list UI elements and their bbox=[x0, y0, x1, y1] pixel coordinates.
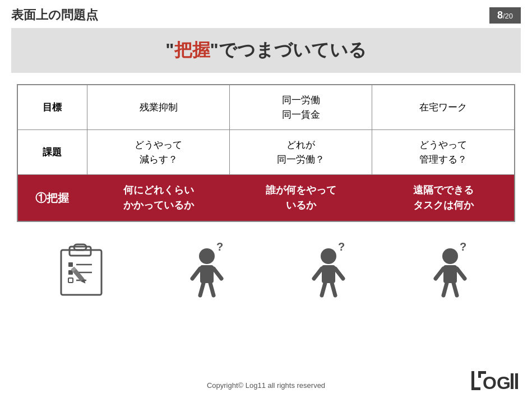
cell-challenge-equal-work: どれが同一労働？ bbox=[230, 130, 372, 175]
svg-point-13 bbox=[199, 248, 215, 264]
svg-line-17 bbox=[200, 283, 203, 295]
svg-text:OG: OG bbox=[483, 373, 511, 392]
page-current: 8 bbox=[497, 10, 503, 21]
cell-challenge-overtime: どうやって減らす？ bbox=[87, 130, 229, 175]
subtitle-banner: "把握"でつまづいている bbox=[11, 28, 521, 73]
subtitle-prefix: " bbox=[165, 40, 174, 60]
cell-target-equal-work: 同一労働同一賃金 bbox=[230, 85, 372, 130]
page-total: /20 bbox=[503, 12, 513, 20]
svg-line-18 bbox=[210, 283, 214, 295]
svg-rect-38 bbox=[511, 373, 514, 389]
svg-line-24 bbox=[322, 283, 325, 295]
svg-line-16 bbox=[214, 269, 221, 279]
clipboard-icon bbox=[50, 236, 117, 303]
table-row-challenge: 課題 どうやって減らす？ どれが同一労働？ どうやって管理する？ bbox=[17, 130, 515, 175]
svg-line-31 bbox=[443, 283, 447, 295]
page-header: 表面上の問題点 8/20 bbox=[0, 0, 532, 28]
main-content: 目標 残業抑制 同一労働同一賃金 在宅ワーク 課題 どうやって減らす？ どれが同… bbox=[0, 73, 532, 228]
subtitle-highlight: 把握 bbox=[174, 40, 210, 60]
svg-text:?: ? bbox=[216, 240, 223, 253]
cell-grasp-who: 誰が何をやっているか bbox=[230, 175, 372, 222]
svg-rect-28 bbox=[443, 265, 457, 283]
svg-line-22 bbox=[314, 269, 322, 279]
svg-point-20 bbox=[321, 248, 336, 264]
logo-area: OG bbox=[470, 369, 521, 392]
person-icon-1: ? bbox=[183, 239, 239, 300]
person-icon-3: ? bbox=[426, 239, 482, 300]
cell-label-grasp: ①把握 bbox=[17, 175, 87, 222]
svg-point-27 bbox=[442, 248, 458, 264]
subtitle-suffix: "でつまづいている bbox=[210, 40, 367, 60]
logo-svg: OG bbox=[470, 369, 521, 392]
svg-line-15 bbox=[192, 269, 200, 279]
cell-grasp-cost: 何にどれくらいかかっているか bbox=[87, 175, 229, 222]
cell-label-challenge: 課題 bbox=[17, 130, 87, 175]
svg-rect-34 bbox=[471, 387, 480, 390]
svg-rect-14 bbox=[200, 265, 214, 283]
svg-rect-21 bbox=[322, 265, 335, 283]
svg-rect-3 bbox=[68, 262, 73, 267]
svg-line-23 bbox=[335, 269, 343, 279]
svg-line-29 bbox=[436, 269, 443, 279]
person-icon-2: ? bbox=[304, 239, 360, 300]
table-row-header: 目標 残業抑制 同一労働同一賃金 在宅ワーク bbox=[17, 85, 515, 130]
page-number: 8/20 bbox=[489, 7, 521, 24]
info-table: 目標 残業抑制 同一労働同一賃金 在宅ワーク 課題 どうやって減らす？ どれが同… bbox=[17, 84, 515, 222]
table-row-highlight: ①把握 何にどれくらいかかっているか 誰が何をやっているか 遠隔でできるタスクは… bbox=[17, 175, 515, 222]
svg-rect-39 bbox=[515, 373, 518, 389]
icons-row: ? ? ? bbox=[0, 228, 532, 309]
page-title: 表面上の問題点 bbox=[11, 7, 98, 24]
svg-line-30 bbox=[457, 269, 465, 279]
svg-text:?: ? bbox=[338, 240, 345, 253]
svg-rect-7 bbox=[68, 278, 73, 283]
cell-label-target: 目標 bbox=[17, 85, 87, 130]
cell-target-overtime: 残業抑制 bbox=[87, 85, 229, 130]
cell-grasp-remote-task: 遠隔でできるタスクは何か bbox=[372, 175, 515, 222]
svg-text:?: ? bbox=[460, 240, 466, 253]
footer: Copyright© Log11 all rights reserved bbox=[0, 381, 532, 390]
copyright-text: Copyright© Log11 all rights reserved bbox=[207, 381, 325, 390]
cell-target-remote: 在宅ワーク bbox=[372, 85, 515, 130]
svg-rect-1 bbox=[70, 247, 91, 256]
cell-challenge-remote: どうやって管理する？ bbox=[372, 130, 515, 175]
svg-rect-33 bbox=[471, 371, 474, 390]
svg-line-32 bbox=[454, 283, 457, 295]
svg-line-25 bbox=[332, 283, 335, 295]
